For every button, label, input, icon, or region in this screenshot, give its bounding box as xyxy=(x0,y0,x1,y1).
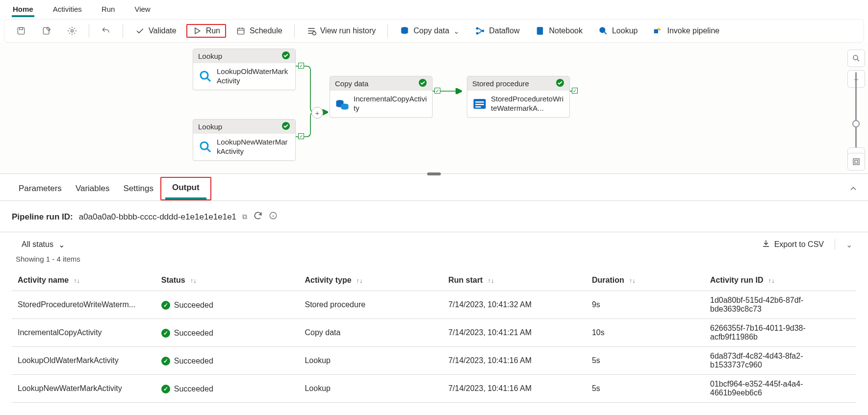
table-row[interactable]: IncrementalCopyActivity✓SucceededCopy da… xyxy=(12,319,856,347)
toolbar-separator xyxy=(835,239,835,250)
svg-rect-5 xyxy=(237,28,244,34)
invoke-label: Invoke pipeline xyxy=(667,26,719,35)
activity-node-lookup-old[interactable]: Lookup LookupOldWaterMarkActivity xyxy=(193,49,296,90)
activity-node-lookup-new[interactable]: Lookup LookupNewWaterMarkActivity xyxy=(193,119,296,161)
tab-settings[interactable]: Settings xyxy=(117,177,160,200)
lookup-label: Lookup xyxy=(612,26,638,35)
copy-data-label: Copy data xyxy=(413,26,449,35)
zoom-thumb[interactable] xyxy=(852,120,860,127)
add-activity-button[interactable]: + xyxy=(311,107,323,119)
success-icon xyxy=(418,78,427,89)
cell-activity-name: IncrementalCopyActivity xyxy=(12,319,155,347)
menu-run[interactable]: Run xyxy=(101,3,116,17)
node-type: Stored procedure xyxy=(472,79,529,88)
cell-activity-type: Copy data xyxy=(299,319,442,347)
save-as-icon xyxy=(42,26,51,36)
export-label: Export to CSV xyxy=(774,240,824,249)
panel-resize-handle[interactable] xyxy=(427,172,441,175)
run-button[interactable]: Run xyxy=(186,24,226,38)
cell-run-id: 1d0a80bf-515d-42b6-87df-bde3639c8c73 xyxy=(704,291,856,319)
view-run-history-button[interactable]: View run history xyxy=(301,24,382,38)
lookup-icon xyxy=(198,69,213,84)
notebook-button[interactable]: Notebook xyxy=(529,24,588,38)
save-as-button[interactable] xyxy=(36,24,57,38)
table-row[interactable]: StoredProceduretoWriteWaterm...✓Succeede… xyxy=(12,291,856,319)
table-row[interactable]: LookupOldWaterMarkActivity✓SucceededLook… xyxy=(12,347,856,375)
svg-rect-0 xyxy=(18,27,24,34)
view-history-label: View run history xyxy=(320,26,376,35)
zoom-track[interactable] xyxy=(855,72,857,155)
undo-button[interactable] xyxy=(95,24,117,38)
top-menu: Home Activities Run View xyxy=(0,0,868,17)
node-name: LookupOldWaterMarkActivity xyxy=(217,67,290,86)
run-info-icon[interactable] xyxy=(269,211,278,222)
success-icon xyxy=(556,78,564,89)
cell-duration: 5s xyxy=(586,347,704,375)
status-filter[interactable]: All status ⌄ xyxy=(22,240,65,249)
sort-icon: ↑↓ xyxy=(487,277,494,284)
sort-icon: ↑↓ xyxy=(768,277,774,284)
toolbar-separator xyxy=(387,24,388,38)
menu-view[interactable]: View xyxy=(133,3,151,17)
copy-data-button[interactable]: Copy data ⌄ xyxy=(394,24,465,38)
dataflow-button[interactable]: Dataflow xyxy=(469,24,525,38)
refresh-run-icon[interactable] xyxy=(253,211,263,223)
col-activity-name[interactable]: Activity name↑↓ xyxy=(12,270,155,291)
canvas-search-button[interactable] xyxy=(847,49,865,67)
cell-status: ✓Succeeded xyxy=(155,319,299,347)
svg-point-10 xyxy=(482,30,484,31)
invoke-icon xyxy=(653,26,663,36)
toolbar-separator xyxy=(123,24,123,38)
svg-rect-2 xyxy=(43,27,49,34)
lookup-icon xyxy=(598,26,608,36)
svg-point-26 xyxy=(853,55,858,60)
tab-variables[interactable]: Variables xyxy=(69,177,117,200)
cell-activity-type: Lookup xyxy=(299,347,442,375)
menu-activities[interactable]: Activities xyxy=(52,3,83,17)
col-run-id[interactable]: Activity run ID↑↓ xyxy=(704,270,856,291)
activity-node-copy[interactable]: Copy data IncrementalCopyActivity xyxy=(330,76,433,118)
fit-to-screen-button[interactable] xyxy=(847,153,865,171)
collapse-panel-icon[interactable] xyxy=(848,184,858,195)
tab-parameters[interactable]: Parameters xyxy=(12,177,69,200)
menu-home[interactable]: Home xyxy=(12,3,34,17)
invoke-pipeline-button[interactable]: Invoke pipeline xyxy=(647,24,725,38)
cell-run-start: 7/14/2023, 10:41:16 AM xyxy=(442,347,586,375)
col-status[interactable]: Status↑↓ xyxy=(155,270,299,291)
col-run-start[interactable]: Run start↑↓ xyxy=(442,270,586,291)
gear-icon xyxy=(67,26,77,36)
preferences-button[interactable] xyxy=(61,24,83,38)
svg-rect-28 xyxy=(855,160,858,163)
cell-run-start: 7/14/2023, 10:41:32 AM xyxy=(442,291,586,319)
export-csv-button[interactable]: Export to CSV xyxy=(762,239,824,250)
col-activity-type[interactable]: Activity type↑↓ xyxy=(299,270,442,291)
cell-run-id: 6266355f-7b16-4011-9d38-acfb9f11986b xyxy=(704,319,856,347)
validate-button[interactable]: Validate xyxy=(129,24,182,38)
chevron-down-icon[interactable]: ⌄ xyxy=(846,240,852,249)
cell-activity-type: Lookup xyxy=(299,375,442,403)
copy-run-id-icon[interactable]: ⧉ xyxy=(242,213,247,221)
table-row[interactable]: LookupNewWaterMarkActivity✓SucceededLook… xyxy=(12,375,856,403)
pipeline-canvas[interactable]: ✓ ✓ ✓ ✓ + Lookup LookupOldWaterMarkActiv… xyxy=(0,43,868,174)
svg-point-17 xyxy=(201,142,208,149)
tab-output[interactable]: Output xyxy=(165,179,206,199)
dataflow-label: Dataflow xyxy=(489,26,519,35)
chevron-down-icon: ⌄ xyxy=(58,240,65,249)
copy-data-icon xyxy=(400,26,409,36)
download-icon xyxy=(762,239,770,250)
success-icon: ✓ xyxy=(161,301,170,310)
schedule-button[interactable]: Schedule xyxy=(230,24,288,38)
activity-node-sproc[interactable]: Stored procedure StoredProceduretoWriteW… xyxy=(467,76,570,118)
cell-run-id: 01bcf964-e352-445f-a4a4-4661b9eeb6c6 xyxy=(704,375,856,403)
success-icon xyxy=(281,51,290,61)
node-name: IncrementalCopyActivity xyxy=(354,95,427,113)
svg-point-12 xyxy=(600,27,605,32)
schedule-icon xyxy=(236,26,246,36)
lookup-button[interactable]: Lookup xyxy=(592,24,644,38)
cell-status: ✓Succeeded xyxy=(155,347,299,375)
cell-run-id: 6da873df-4c82-4d43-8fa2-b1533737c960 xyxy=(704,347,856,375)
save-button[interactable] xyxy=(10,24,32,38)
run-icon xyxy=(192,26,202,36)
svg-point-6 xyxy=(312,32,316,35)
col-duration[interactable]: Duration↑↓ xyxy=(586,270,704,291)
